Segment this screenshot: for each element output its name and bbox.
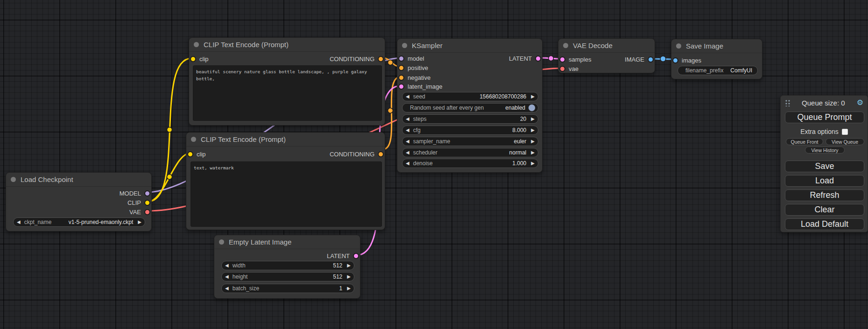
scheduler-widget[interactable]: ◀ scheduler normal ▶ [402, 148, 538, 157]
queue-prompt-button[interactable]: Queue Prompt [785, 112, 864, 123]
image-output-port[interactable] [648, 56, 654, 63]
increment-arrow-icon[interactable]: ▶ [531, 139, 535, 144]
decrement-arrow-icon[interactable]: ◀ [406, 139, 409, 144]
clip-input-port[interactable] [190, 56, 196, 62]
node-ksampler[interactable]: KSampler model LATENT positive negative … [397, 38, 543, 173]
node-header[interactable]: CLIP Text Encode (Prompt) [189, 38, 385, 52]
link-midpoint-dot [388, 60, 393, 65]
widget-label: width [233, 262, 246, 269]
settings-gear-icon[interactable]: ⚙ [857, 99, 863, 106]
node-vae-decode[interactable]: VAE Decode samples IMAGE vae [558, 38, 655, 73]
vae-input-port[interactable] [559, 66, 565, 72]
cfg-widget[interactable]: ◀ cfg 8.000 ▶ [402, 126, 538, 135]
decrement-arrow-icon[interactable]: ◀ [225, 274, 229, 279]
denoise-widget[interactable]: ◀ denoise 1.000 ▶ [402, 159, 538, 168]
clip-output-port[interactable] [144, 200, 150, 206]
node-header[interactable]: CLIP Text Encode (Prompt) [186, 133, 385, 147]
increment-arrow-icon[interactable]: ▶ [531, 150, 535, 155]
collapse-dot-icon[interactable] [402, 43, 407, 48]
next-arrow-icon[interactable]: ▶ [138, 220, 141, 224]
load-button[interactable]: Load [785, 175, 864, 187]
previous-arrow-icon[interactable]: ◀ [17, 220, 21, 224]
random-seed-widget[interactable]: Random seed after every gen enabled [402, 103, 538, 112]
prompt-text-area[interactable]: text, watermark [191, 161, 382, 227]
drag-handle-icon[interactable] [784, 99, 790, 106]
ckpt-name-widget[interactable]: ◀ ckpt_name v1-5-pruned-emaonly.ckpt ▶ [13, 217, 145, 227]
input-label: clip [199, 56, 209, 63]
height-widget[interactable]: ◀ height 512 ▶ [221, 272, 354, 281]
model-input-port[interactable] [398, 56, 404, 62]
collapse-dot-icon[interactable] [191, 137, 196, 142]
conditioning-output-port[interactable] [378, 56, 384, 62]
node-load-checkpoint[interactable]: Load Checkpoint MODEL CLIP VAE ◀ ckpt_na… [6, 172, 152, 231]
negative-input-port[interactable] [398, 75, 404, 81]
view-history-button[interactable]: View History [805, 147, 845, 154]
model-output-port[interactable] [144, 190, 150, 196]
decrement-arrow-icon[interactable]: ◀ [406, 94, 409, 99]
node-header[interactable]: Load Checkpoint [6, 173, 151, 187]
queue-front-button[interactable]: Queue Front [786, 138, 823, 145]
seed-widget[interactable]: ◀ seed 156680208700286 ▶ [402, 92, 538, 101]
decrement-arrow-icon[interactable]: ◀ [225, 263, 229, 268]
link-midpoint-dot [388, 108, 393, 113]
input-label: images [682, 57, 701, 64]
node-graph-canvas[interactable]: CLIP Text Encode (Prompt) clip CONDITION… [0, 0, 868, 329]
clear-button[interactable]: Clear [785, 204, 864, 216]
collapse-dot-icon[interactable] [194, 42, 199, 47]
sampler-name-widget[interactable]: ◀ sampler_name euler ▶ [402, 137, 538, 146]
widget-label: filename_prefix [685, 67, 723, 74]
widget-label: steps [413, 116, 427, 122]
collapse-dot-icon[interactable] [11, 177, 16, 182]
increment-arrow-icon[interactable]: ▶ [531, 94, 535, 99]
input-label: clip [197, 151, 206, 158]
conditioning-output-port[interactable] [378, 151, 384, 157]
latent-image-input-port[interactable] [398, 84, 404, 90]
increment-arrow-icon[interactable]: ▶ [347, 263, 351, 268]
increment-arrow-icon[interactable]: ▶ [347, 274, 351, 279]
latent-output-port[interactable] [353, 253, 359, 259]
node-empty-latent-image[interactable]: Empty Latent Image LATENT ◀ width 512 ▶ … [214, 235, 360, 299]
collapse-dot-icon[interactable] [676, 43, 681, 49]
decrement-arrow-icon[interactable]: ◀ [406, 161, 409, 166]
node-header[interactable]: KSampler [397, 39, 542, 53]
node-title: CLIP Text Encode (Prompt) [204, 41, 289, 49]
node-header[interactable]: Save Image [671, 39, 762, 53]
samples-input-port[interactable] [559, 56, 565, 63]
random-seed-toggle[interactable] [528, 104, 536, 112]
images-input-port[interactable] [672, 57, 678, 63]
vae-output-port[interactable] [144, 209, 150, 215]
clip-input-port[interactable] [187, 151, 193, 157]
view-queue-button[interactable]: View Queue [826, 138, 864, 145]
decrement-arrow-icon[interactable]: ◀ [225, 286, 229, 291]
extra-options-checkbox[interactable] [842, 129, 848, 135]
node-save-image[interactable]: Save Image images filename_prefix ComfyU… [671, 39, 762, 79]
decrement-arrow-icon[interactable]: ◀ [406, 117, 409, 121]
refresh-button[interactable]: Refresh [785, 189, 864, 201]
collapse-dot-icon[interactable] [563, 43, 568, 48]
node-clip-text-encode-positive[interactable]: CLIP Text Encode (Prompt) clip CONDITION… [189, 37, 385, 126]
collapse-dot-icon[interactable] [219, 239, 224, 245]
increment-arrow-icon[interactable]: ▶ [531, 128, 535, 133]
batch-size-widget[interactable]: ◀ batch_size 1 ▶ [221, 284, 354, 293]
increment-arrow-icon[interactable]: ▶ [531, 117, 535, 121]
output-label: CLIP [127, 199, 141, 206]
width-widget[interactable]: ◀ width 512 ▶ [221, 261, 354, 270]
decrement-arrow-icon[interactable]: ◀ [406, 150, 409, 155]
save-button[interactable]: Save [785, 161, 864, 172]
node-clip-text-encode-negative[interactable]: CLIP Text Encode (Prompt) clip CONDITION… [186, 132, 385, 230]
input-label: latent_image [408, 83, 442, 90]
latent-output-port[interactable] [535, 56, 541, 62]
widget-label: sampler_name [413, 138, 450, 145]
decrement-arrow-icon[interactable]: ◀ [406, 128, 409, 133]
positive-input-port[interactable] [398, 65, 404, 71]
filename-prefix-widget[interactable]: filename_prefix ComfyUI [677, 66, 758, 75]
node-header[interactable]: Empty Latent Image [214, 235, 360, 249]
node-header[interactable]: VAE Decode [558, 39, 655, 53]
queue-panel: Queue size: 0 ⚙ Queue Prompt Extra optio… [780, 95, 868, 232]
increment-arrow-icon[interactable]: ▶ [347, 286, 351, 291]
increment-arrow-icon[interactable]: ▶ [531, 161, 535, 166]
prompt-text-area[interactable]: beautiful scenery nature glass bottle la… [193, 65, 382, 121]
load-default-button[interactable]: Load Default [785, 218, 864, 230]
widget-value: ComfyUI [730, 67, 752, 74]
steps-widget[interactable]: ◀ steps 20 ▶ [402, 114, 538, 124]
